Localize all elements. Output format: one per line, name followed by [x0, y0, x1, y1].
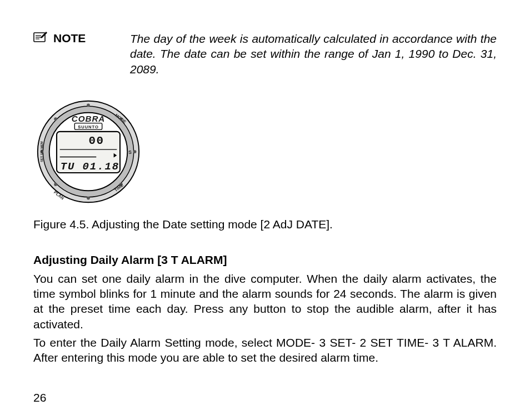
bezel-label-s: S: [128, 149, 132, 155]
write-icon: [33, 31, 48, 43]
page-number: 26: [33, 391, 46, 404]
lcd-bottom: TU 01.18: [61, 161, 119, 173]
bezel-label-setsim: SET SIM MEM: [40, 141, 43, 162]
svg-point-7: [87, 197, 90, 200]
figure-caption: Figure 4.5. Adjusting the Date setting m…: [33, 218, 497, 231]
device-brand-top: COBRA: [72, 114, 105, 123]
svg-point-12: [54, 183, 57, 186]
svg-point-6: [87, 103, 90, 107]
note-label: NOTE: [53, 31, 86, 45]
device-brand-sub: SUUNTO: [78, 124, 99, 129]
lcd-top: 00: [89, 134, 104, 147]
svg-point-9: [133, 150, 137, 153]
note-left: NOTE: [33, 31, 117, 45]
svg-point-10: [54, 117, 57, 121]
note-text: The day of the week is automatically cal…: [130, 31, 497, 77]
section-heading: Adjusting Daily Alarm [3 T ALARM]: [33, 253, 497, 267]
device-illustration: COBRA SUUNTO 00 TU 01.18 MODE S TIME PLA…: [36, 99, 141, 207]
section-paragraph: To enter the Daily Alarm Setting mode, s…: [33, 335, 497, 366]
section-paragraph: You can set one daily alarm in the dive …: [33, 271, 497, 332]
